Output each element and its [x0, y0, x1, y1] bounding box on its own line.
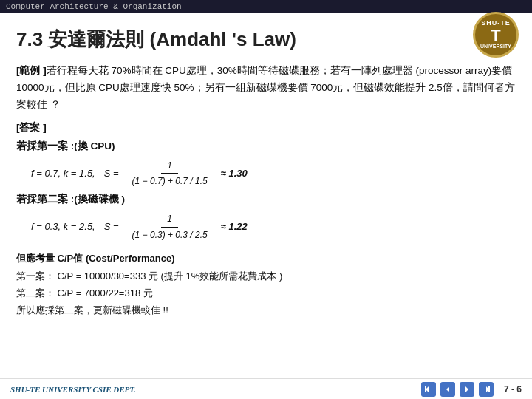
cp-section: 但應考量 C/P值 (Cost/Performance) 第一案： C/P = … — [16, 250, 516, 319]
case2-params: f = 0.3, k = 2.5, — [31, 219, 95, 235]
svg-rect-5 — [488, 386, 490, 392]
case2-formula: f = 0.3, k = 2.5, S = 1 (1 − 0.3) + 0.3 … — [31, 211, 516, 242]
answer-section: [答案 ] 若採第一案 :(換 CPU) f = 0.7, k = 1.5, S… — [16, 120, 516, 242]
svg-marker-3 — [466, 386, 468, 392]
case1-result: ≈ 1.30 — [221, 166, 248, 182]
nav-last-button[interactable] — [479, 382, 494, 397]
footer-nav: 7 - 6 — [421, 382, 522, 397]
svg-rect-1 — [425, 386, 426, 392]
case2-result: ≈ 1.22 — [221, 219, 248, 235]
logo-text: SHU-TE T UNIVERSITY — [480, 19, 511, 50]
case1-label: 若採第一案 :(換 CPU) — [16, 138, 516, 155]
cp-conclusion: 所以應採第二案，更新磁碟機較佳 !! — [16, 301, 516, 318]
footer-label: SHU-TE UNIVERSITY CSIE DEPT. — [10, 385, 136, 394]
case1-S-label: S = — [104, 166, 119, 182]
page-title: 7.3 安達爾法則 (Amdahl 's Law) — [16, 27, 516, 52]
answer-label: [答案 ] — [16, 120, 516, 137]
nav-prev-button[interactable] — [440, 382, 455, 397]
example-paragraph: [範例 ]若行程每天花 70%時間在 CPU處理，30%時間等待磁碟服務；若有一… — [16, 63, 516, 114]
example-text: 若行程每天花 70%時間在 CPU處理，30%時間等待磁碟服務；若有一陣列處理器… — [16, 65, 515, 110]
case1-formula-line: f = 0.7, k = 1.5, S = 1 (1 − 0.7) + 0.7 … — [31, 158, 516, 189]
footer: SHU-TE UNIVERSITY CSIE DEPT. 7 - 6 — [0, 378, 532, 399]
case2-S-label: S = — [104, 219, 119, 235]
example-label: [範例 ] — [16, 65, 47, 76]
example-section: [範例 ]若行程每天花 70%時間在 CPU處理，30%時間等待磁碟服務；若有一… — [16, 63, 516, 114]
logo-circle: SHU-TE T UNIVERSITY — [473, 12, 519, 58]
cp-case2: 第二案： C/P = 7000/22=318 元 — [16, 284, 516, 301]
case2-label: 若採第二案 :(換磁碟機 ) — [16, 191, 516, 208]
nav-next-button[interactable] — [460, 382, 474, 397]
case2-fraction: 1 (1 − 0.3) + 0.3 / 2.5 — [131, 211, 209, 242]
nav-first-button[interactable] — [421, 382, 436, 397]
header-title: Computer Architecture & Organization — [6, 2, 182, 11]
case1-params: f = 0.7, k = 1.5, — [31, 166, 95, 182]
cp-intro: 但應考量 C/P值 (Cost/Performance) — [16, 250, 516, 267]
case2-formula-line: f = 0.3, k = 2.5, S = 1 (1 − 0.3) + 0.3 … — [31, 211, 516, 242]
case1-fraction: 1 (1 − 0.7) + 0.7 / 1.5 — [131, 158, 209, 189]
logo: SHU-TE T UNIVERSITY — [473, 12, 519, 58]
svg-marker-2 — [446, 386, 449, 392]
case1-formula: f = 0.7, k = 1.5, S = 1 (1 − 0.7) + 0.7 … — [31, 158, 516, 189]
footer-page: 7 - 6 — [504, 384, 522, 395]
header-bar: Computer Architecture & Organization — [0, 0, 532, 13]
cp-case1: 第一案： C/P = 10000/30=333 元 (提升 1%效能所需花費成本… — [16, 267, 516, 284]
main-content: 7.3 安達爾法則 (Amdahl 's Law) [範例 ]若行程每天花 70… — [0, 13, 532, 319]
